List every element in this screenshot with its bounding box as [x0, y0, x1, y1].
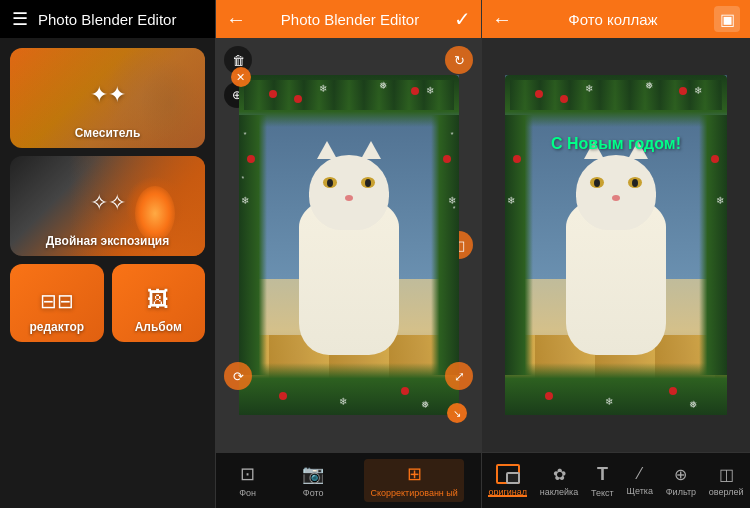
sidebar-item-double-exposure[interactable]: ✧✧ Двойная экспозиция — [10, 156, 205, 256]
toolbar-text[interactable]: T Текст — [591, 464, 614, 498]
editor-label: редактор — [10, 320, 104, 334]
left-panel: ☰ Photo Blender Editor ✦✦ Смеситель ✧✧ Д… — [0, 0, 215, 508]
filter-icon: ⊕ — [674, 465, 687, 484]
hamburger-icon[interactable]: ☰ — [12, 8, 28, 30]
bottom-card-row: ⊟⊟ редактор 🖼 Альбом — [10, 264, 205, 342]
mixer-icon: ✦✦ — [90, 82, 126, 108]
toolbar-overlay[interactable]: ◫ оверлей — [709, 465, 744, 497]
toolbar-sticker[interactable]: ✿ наклейка — [540, 465, 578, 497]
album-icon: 🖼 — [147, 287, 169, 313]
back-button-middle[interactable]: ← — [226, 8, 246, 31]
middle-panel: ← Photo Blender Editor ✓ 🗑 ↻ ⊕ ◧ ✕ — [215, 0, 482, 508]
right-panel: ← Фото коллаж ▣ — [482, 0, 750, 508]
editor-bottom-tabs: ⊡ Фон 📷 Фото ⊞ Скорректированн ый — [216, 452, 481, 508]
filter-label: Фильтр — [666, 487, 696, 497]
cat-photo — [239, 75, 459, 415]
rotate-button[interactable]: ↻ — [445, 46, 473, 74]
confirm-button-middle[interactable]: ✓ — [454, 7, 471, 31]
photo-frame: ✕ — [239, 75, 459, 415]
tab-corrected[interactable]: ⊞ Скорректированн ый — [364, 459, 463, 503]
resize-handle[interactable]: ↘ — [447, 403, 467, 423]
album-label: Альбом — [112, 320, 206, 334]
original-icon — [496, 464, 520, 484]
right-bottom-toolbar: оригинал ✿ наклейка T Текст ∕ Щетка ⊕ Фи… — [482, 452, 750, 508]
toolbar-brush[interactable]: ∕ Щетка — [627, 465, 653, 496]
close-photo-button[interactable]: ✕ — [231, 67, 251, 87]
sticker-label: наклейка — [540, 487, 578, 497]
canvas-toolbar: 🗑 ↻ — [216, 46, 481, 74]
tab-photo[interactable]: 📷 Фото — [296, 459, 330, 503]
photo-tab-label: Фото — [303, 488, 324, 499]
right-photo-frame: С Новым годом! ❄ ❅ ❄ ❄ ❅ — [505, 75, 727, 415]
overlay-label: оверлей — [709, 487, 744, 497]
left-header: ☰ Photo Blender Editor — [0, 0, 215, 38]
photo-tab-icon: 📷 — [302, 463, 324, 485]
right-header: ← Фото коллаж ▣ — [482, 0, 750, 38]
bottom-right-canvas-button[interactable]: ⤢ — [445, 362, 473, 390]
mixer-label: Смеситель — [10, 126, 205, 140]
double-exposure-label: Двойная экспозиция — [10, 234, 205, 248]
tab-background[interactable]: ⊡ Фон — [233, 459, 262, 503]
right-cat-photo — [505, 75, 727, 415]
overlay-icon: ◫ — [719, 465, 734, 484]
corrected-tab-icon: ⊞ — [407, 463, 422, 485]
right-canvas: С Новым годом! ❄ ❅ ❄ ❄ ❅ — [482, 38, 750, 452]
background-tab-label: Фон — [239, 488, 256, 499]
double-exposure-icon: ✧✧ — [90, 190, 126, 216]
background-tab-icon: ⊡ — [240, 463, 255, 485]
sidebar-item-mixer[interactable]: ✦✦ Смеситель — [10, 48, 205, 148]
sidebar-item-editor[interactable]: ⊟⊟ редактор — [10, 264, 104, 342]
middle-header: ← Photo Blender Editor ✓ — [216, 0, 481, 38]
app-title-left: Photo Blender Editor — [38, 11, 176, 28]
new-year-text-overlay: С Новым годом! — [505, 135, 727, 153]
save-button-right[interactable]: ▣ — [714, 6, 740, 32]
middle-title: Photo Blender Editor — [254, 11, 446, 28]
active-indicator — [488, 495, 527, 497]
left-content: ✦✦ Смеситель ✧✧ Двойная экспозиция ⊟⊟ ре… — [0, 38, 215, 508]
sidebar-item-album[interactable]: 🖼 Альбом — [112, 264, 206, 342]
editor-canvas: 🗑 ↻ ⊕ ◧ ✕ — [216, 38, 481, 452]
brush-label: Щетка — [627, 486, 653, 496]
editor-icon: ⊟⊟ — [40, 289, 74, 313]
back-button-right[interactable]: ← — [492, 8, 512, 31]
sticker-icon: ✿ — [553, 465, 566, 484]
toolbar-original[interactable]: оригинал — [488, 464, 527, 497]
toolbar-filter[interactable]: ⊕ Фильтр — [666, 465, 696, 497]
corrected-tab-label: Скорректированн ый — [370, 488, 457, 499]
text-label: Текст — [591, 488, 614, 498]
right-title: Фото коллаж — [520, 11, 706, 28]
bottom-left-canvas-button[interactable]: ⟳ — [224, 362, 252, 390]
brush-icon: ∕ — [638, 465, 641, 483]
text-tool-icon: T — [597, 464, 608, 485]
